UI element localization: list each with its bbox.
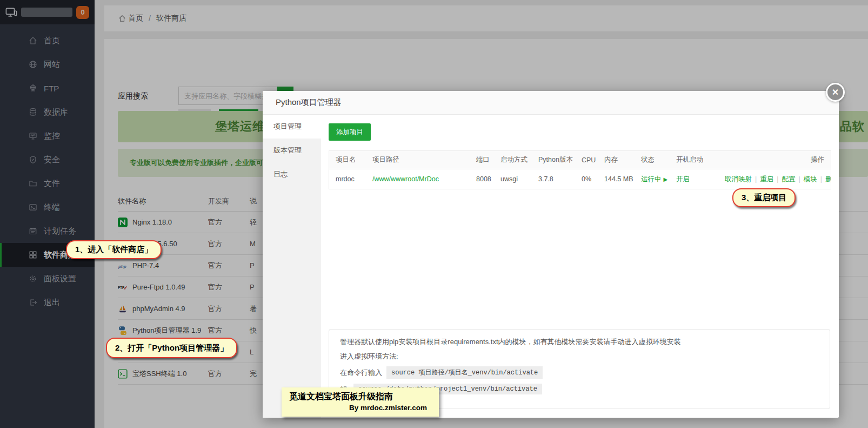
project-cpu: 0% — [575, 175, 598, 183]
project-col-0: 项目名 — [329, 155, 366, 164]
action-link-3[interactable]: 模块 — [804, 175, 817, 183]
project-col-3: 启动方式 — [494, 155, 532, 164]
annotation-step-2: 2、打开「Python项目管理器」 — [106, 338, 237, 358]
action-link-4[interactable]: 删除 — [825, 175, 831, 183]
project-python-version: 3.7.8 — [532, 175, 575, 183]
modal-nav: 项目管理版本管理日志 — [263, 115, 321, 418]
modal-nav-item-1[interactable]: 版本管理 — [263, 139, 321, 162]
project-table-row: mrdoc /www/wwwroot/MrDoc 8008 uwsgi 3.7.… — [329, 169, 831, 189]
screen: 0 首页网站FTP数据库监控安全文件终端计划任务软件商店面板设置退出 首页 / … — [0, 0, 868, 428]
project-port: 8008 — [470, 175, 494, 183]
project-col-8: 开机启动 — [670, 155, 718, 164]
autostart-toggle[interactable]: 开启 — [676, 175, 690, 183]
project-table-header: 项目名项目路径端口启动方式Python版本CPU内存状态开机启动操作 — [329, 151, 831, 169]
project-path-link[interactable]: /www/wwwroot/MrDoc — [372, 175, 439, 183]
action-separator: | — [777, 175, 778, 183]
info-line-2: 进入虚拟环境方法: — [340, 352, 819, 361]
action-separator: | — [799, 175, 800, 183]
info-line-3-label: 在命令行输入 — [340, 368, 382, 378]
credit-author: By mrdoc.zmister.com — [289, 404, 431, 412]
action-link-0[interactable]: 取消映射 — [725, 175, 752, 183]
project-name: mrdoc — [329, 175, 366, 183]
project-col-9: 操作 — [718, 155, 831, 164]
project-status[interactable]: 运行中 — [641, 175, 662, 183]
project-col-5: CPU — [575, 156, 598, 164]
venv-activate-command: source 项目路径/项目名_venv/bin/activate — [386, 366, 543, 379]
project-col-2: 端口 — [470, 155, 494, 164]
project-start-mode: uwsgi — [494, 175, 532, 183]
play-icon: ▶ — [664, 176, 668, 182]
annotation-step-3: 3、重启项目 — [732, 188, 796, 207]
project-col-7: 状态 — [635, 155, 670, 164]
action-link-1[interactable]: 重启 — [760, 175, 773, 183]
annotation-credit: 觅道文档宝塔面板升级指南 By mrdoc.zmister.com — [282, 387, 439, 417]
action-link-2[interactable]: 配置 — [782, 175, 796, 183]
credit-title: 觅道文档宝塔面板升级指南 — [289, 391, 431, 403]
modal-nav-item-2[interactable]: 日志 — [263, 162, 321, 186]
action-separator: | — [820, 175, 822, 183]
project-table: 项目名项目路径端口启动方式Python版本CPU内存状态开机启动操作 mrdoc… — [329, 150, 831, 189]
action-separator: | — [755, 175, 757, 183]
project-actions: 取消映射|重启|配置|模块|删除 — [718, 175, 831, 184]
modal-nav-item-0[interactable]: 项目管理 — [263, 115, 321, 139]
info-line-3: 在命令行输入 source 项目路径/项目名_venv/bin/activate — [340, 366, 819, 379]
project-col-4: Python版本 — [532, 155, 575, 164]
python-manager-modal: Python项目管理器 项目管理版本管理日志 添加项目 项目名项目路径端口启动方… — [263, 91, 839, 418]
add-project-button[interactable]: 添加项目 — [329, 123, 371, 141]
project-col-6: 内存 — [598, 155, 635, 164]
annotation-step-1: 1、进入「软件商店」 — [66, 240, 162, 259]
info-line-1: 管理器默认使用pip安装项目根目录requirements.txt内的模块，如有… — [340, 337, 819, 347]
modal-title: Python项目管理器 — [263, 91, 839, 115]
project-memory: 144.5 MB — [598, 175, 635, 183]
close-icon[interactable]: ✕ — [826, 83, 845, 102]
project-col-1: 项目路径 — [366, 155, 470, 164]
